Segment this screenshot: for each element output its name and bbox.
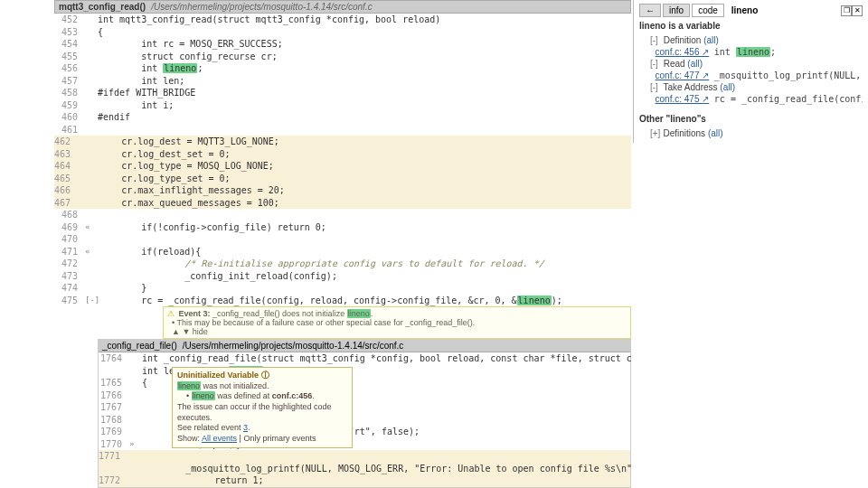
event-subtext: This may be because of a failure case or… (177, 318, 476, 327)
sidebar-row[interactable]: [-] Read (all) (639, 58, 863, 70)
gutter-mark (85, 258, 98, 270)
tooltip-loc: conf.c:456 (272, 391, 313, 400)
tooltip-primary-events: | Only primary events (237, 434, 316, 443)
line-number: 471 (54, 246, 85, 258)
sidebar-row[interactable]: conf.c: 477 ↗ _mosquitto_log_printf(NULL… (639, 70, 863, 81)
code-line[interactable]: 463 cr.log_dest_set = 0; (54, 148, 631, 161)
gutter-mark (85, 209, 98, 221)
line-number: 1769 (99, 426, 129, 438)
line-number: 470 (54, 233, 85, 246)
code-text: cr.log_dest_set = 0; (78, 149, 231, 159)
code-line[interactable]: 452int mqtt3_config_read(struct mqtt3_co… (54, 14, 631, 26)
tab-info[interactable]: info (663, 4, 690, 17)
tooltip-event-link[interactable]: 3 (243, 423, 248, 432)
gutter-mark: » (129, 438, 142, 451)
code-text: /* Re-initialise appropriate config vars… (98, 258, 544, 270)
sidebar-other-row[interactable]: [+]Definitions (all) (639, 127, 863, 139)
gutter-mark (85, 14, 98, 26)
gutter-mark (129, 426, 142, 438)
code-line[interactable]: 471« if(reload){ (54, 246, 631, 258)
gutter-mark: [-] (85, 295, 98, 307)
gutter-mark (85, 62, 98, 75)
line-number (99, 365, 129, 378)
file-tab-top[interactable]: mqtt3_config_read() /Users/mhermeling/pr… (54, 0, 631, 14)
code-line[interactable]: 1764int _config_read_file(struct mqtt3_c… (99, 352, 630, 365)
file-tab-inset[interactable]: _config_read_file() /Users/mhermeling/pr… (99, 340, 630, 352)
tooltip-text2: was defined at (215, 391, 272, 400)
sidebar-row[interactable]: [-] Take Address (all) (639, 81, 863, 93)
sidebar-heading: lineno is a variable (639, 21, 863, 31)
code-line[interactable]: 1772 return 1; (99, 474, 630, 487)
tooltip-show-label: Show: (177, 434, 202, 443)
line-number: 1767 (99, 401, 129, 414)
code-line[interactable]: 475[-] rc = _config_read_file(config, re… (54, 295, 631, 307)
code-line[interactable]: 460#endif (54, 111, 631, 124)
code-text: cr.max_queued_messages = 100; (78, 198, 279, 208)
code-line[interactable]: 472 /* Re-initialise appropriate config … (54, 258, 631, 270)
code-text: if(reload){ (98, 246, 201, 258)
code-line[interactable]: 473 _config_init_reload(config); (54, 270, 631, 283)
code-line[interactable]: 474 } (54, 282, 631, 295)
code-line[interactable]: 459 int i; (54, 99, 631, 112)
line-number: 1766 (99, 389, 129, 402)
tab-code[interactable]: code (692, 4, 724, 17)
code-line[interactable]: 464 cr.log_type = MOSQ_LOG_NONE; (54, 160, 631, 173)
code-text: cr.log_type_set = 0; (78, 174, 231, 183)
code-text: cr.max_inflight_messages = 20; (78, 185, 285, 195)
line-number: 463 (54, 149, 78, 159)
window-split-icon[interactable]: ❐ (841, 5, 852, 16)
line-number: 455 (54, 51, 85, 63)
gutter-mark (85, 51, 98, 63)
tooltip-all-events[interactable]: All events (202, 434, 237, 443)
sidebar-row[interactable]: conf.c: 456 ↗ int lineno; (639, 46, 863, 58)
code-line[interactable]: 469« if(!config->config_file) return 0; (54, 221, 631, 234)
code-text: rc = _config_read_file(config, reload, c… (98, 295, 562, 307)
window-close-icon[interactable]: ✕ (852, 5, 863, 16)
code-line[interactable]: 470 (54, 233, 631, 246)
code-line[interactable]: 466 cr.max_inflight_messages = 20; (54, 184, 631, 197)
code-line[interactable]: 455 struct config_recurse cr; (54, 51, 631, 63)
gutter-mark (85, 87, 98, 99)
line-number: 462 (54, 136, 78, 146)
inset-path: /Users/mhermeling/projects/mosquitto-1.4… (183, 341, 404, 351)
code-line[interactable]: 453{ (54, 26, 631, 39)
line-number: 459 (54, 99, 85, 112)
line-number: 1772 (99, 475, 127, 485)
sidebar-row[interactable]: conf.c: 475 ↗ rc = _config_read_file(con… (639, 93, 863, 105)
line-number: 464 (54, 161, 78, 171)
code-line[interactable]: 461 (54, 124, 631, 136)
gutter-mark (129, 401, 142, 414)
line-number: 473 (54, 270, 85, 283)
line-number: 469 (54, 221, 85, 234)
sidebar: ← info code lineno ❐ ✕ lineno is a varia… (633, 0, 868, 143)
code-line[interactable]: 467 cr.max_queued_messages = 100; (54, 197, 631, 210)
code-line[interactable]: 457 int len; (54, 75, 631, 88)
line-number: 454 (54, 38, 85, 51)
code-text: int len; (98, 75, 184, 88)
code-text: { (98, 26, 103, 39)
code-line[interactable]: 462 cr.log_dest = MQTT3_LOG_NONE; (54, 136, 631, 148)
code-line[interactable]: 458#ifdef WITH_BRIDGE (54, 87, 631, 99)
code-text: int lineno; (98, 62, 203, 75)
event-text: _config_read_file() does not initialize … (212, 309, 373, 318)
sidebar-row[interactable]: [-] Definition (all) (639, 34, 863, 46)
code-line[interactable]: 456 int lineno; (54, 62, 631, 75)
code-text: int i; (98, 99, 174, 112)
code-line[interactable]: 468 (54, 209, 631, 221)
inset-function: _config_read_file() (102, 341, 177, 351)
code-text: struct config_recurse cr; (98, 51, 278, 63)
line-number: 1765 (99, 377, 129, 389)
gutter-mark (85, 282, 98, 295)
code-line[interactable]: 465 cr.log_type_set = 0; (54, 173, 631, 185)
gutter-mark (85, 38, 98, 51)
line-number: 467 (54, 198, 78, 208)
code-line[interactable]: 454 int rc = MOSQ_ERR_SUCCESS; (54, 38, 631, 51)
code-text: if(!config->config_file) return 0; (98, 221, 326, 234)
issue-tooltip: Uninitialized Variable ⓘ lineno was not … (172, 367, 353, 448)
hide-link[interactable]: hide (193, 327, 208, 336)
sidebar-title: lineno (731, 5, 758, 15)
code-line[interactable]: 1771 _mosquitto_log_printf(NULL, MOSQ_LO… (99, 450, 630, 474)
code-text: int _config_read_file(struct mqtt3_confi… (142, 352, 631, 365)
tab-back[interactable]: ← (639, 4, 661, 17)
code-text: _config_init_reload(config); (98, 270, 337, 283)
